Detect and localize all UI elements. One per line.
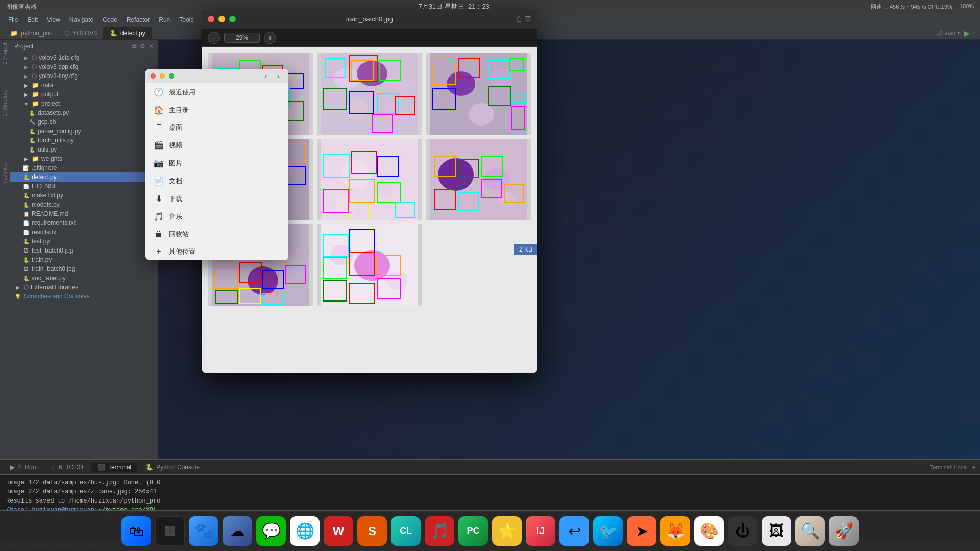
grid-cell-2[interactable] bbox=[317, 53, 422, 135]
dock-wps-writer[interactable]: W bbox=[324, 516, 353, 546]
dock-rocket[interactable]: 🚀 bbox=[829, 516, 859, 546]
menu-refactor[interactable]: Refactor bbox=[122, 15, 154, 24]
tree-item[interactable]: ▶⬡ yolov3-1cls.cfg bbox=[10, 53, 158, 62]
grid-cell-3[interactable] bbox=[426, 53, 531, 135]
tree-item[interactable]: ▶⬡ yolov3-spp.cfg bbox=[10, 62, 158, 71]
structure-sidebar-icon[interactable]: 2: Structure bbox=[2, 90, 8, 116]
zoom-select[interactable]: 29% 50% 100% bbox=[224, 33, 260, 43]
grid-cell-6[interactable] bbox=[426, 139, 531, 220]
tree-item-voc[interactable]: 🐍 voc_label.py bbox=[10, 273, 158, 283]
tree-item[interactable]: 🐍 datasets.py bbox=[10, 108, 158, 117]
tree-item-test[interactable]: 🐍 test.py bbox=[10, 237, 158, 246]
dialog-item-docs[interactable]: 📄 文档 bbox=[145, 172, 288, 190]
dock-wechat[interactable]: 💬 bbox=[256, 516, 286, 546]
tree-item-models[interactable]: 🐍 models.py bbox=[10, 200, 158, 209]
tree-item[interactable]: ▶⬡ yolov3-tiny.cfg bbox=[10, 71, 158, 81]
tab-run[interactable]: ▶ 4: Run bbox=[4, 463, 42, 472]
dialog-item-music[interactable]: 🎵 音乐 bbox=[145, 208, 288, 226]
dialog-minimize-button[interactable] bbox=[160, 73, 165, 79]
tree-item-output[interactable]: ▶📁 output bbox=[10, 90, 158, 99]
panel-gear-icon[interactable]: ⚙ bbox=[140, 43, 145, 50]
menu-tools[interactable]: Tools bbox=[175, 15, 198, 24]
tree-item-readme[interactable]: 📋 README.md bbox=[10, 209, 158, 218]
dock-netease[interactable]: 🎵 bbox=[425, 516, 454, 546]
add-terminal-button[interactable]: + bbox=[972, 463, 976, 471]
zoom-in-button[interactable]: + bbox=[264, 32, 276, 44]
tree-item-weights[interactable]: ▶📁 weights bbox=[10, 154, 158, 163]
dialog-forward-button[interactable]: › bbox=[273, 71, 283, 81]
tree-item-results[interactable]: 📄 results.txt bbox=[10, 228, 158, 237]
tree-item-train[interactable]: 🐍 train.py bbox=[10, 255, 158, 264]
dialog-item-downloads[interactable]: ⬇ 下载 bbox=[145, 190, 288, 208]
tab-python-pro[interactable]: 📁 python_pro bbox=[4, 27, 58, 39]
dock-image-viewer[interactable]: 🖼 bbox=[762, 516, 791, 546]
dialog-item-trash[interactable]: 🗑 回收站 bbox=[145, 226, 288, 243]
grid-cell-5[interactable] bbox=[317, 139, 422, 220]
dialog-item-home[interactable]: 🏠 主目录 bbox=[145, 101, 288, 119]
dock-star[interactable]: ⭐ bbox=[492, 516, 522, 546]
tree-item-license[interactable]: 📄 LICENSE bbox=[10, 182, 158, 191]
dock-palette[interactable]: 🎨 bbox=[694, 516, 724, 546]
favorites-sidebar-icon[interactable]: Favorites bbox=[2, 162, 8, 183]
dock-bird[interactable]: 🐦 bbox=[593, 516, 623, 546]
viewer-menu-icon[interactable]: ☰ bbox=[525, 15, 531, 23]
viewer-share-icon[interactable]: ⎙ bbox=[517, 15, 521, 23]
dock-wps-pres[interactable]: S bbox=[357, 516, 387, 546]
menu-code[interactable]: Code bbox=[99, 15, 121, 24]
dock-finder[interactable]: 🐾 bbox=[189, 516, 218, 546]
dock-clion[interactable]: CL bbox=[391, 516, 421, 546]
tree-item[interactable]: 🐍 torch_utils.py bbox=[10, 136, 158, 145]
menu-run[interactable]: Run bbox=[155, 15, 174, 24]
tree-item-train-batch[interactable]: 🖼 train_batch0.jpg bbox=[10, 264, 158, 273]
tree-item-detect-py[interactable]: 🐍 detect.py bbox=[10, 172, 158, 182]
run-button[interactable]: ▶ bbox=[964, 29, 970, 37]
tab-yolov3[interactable]: ⬡ YOLOV3 bbox=[58, 27, 104, 39]
tab-detect-py[interactable]: 🐍 detect.py bbox=[104, 27, 152, 39]
maximize-button[interactable] bbox=[229, 16, 236, 22]
tab-todo[interactable]: ☑ 6: TODO bbox=[44, 463, 89, 472]
tree-item[interactable]: 🐍 parse_config.py bbox=[10, 127, 158, 136]
dialog-maximize-button[interactable] bbox=[169, 73, 174, 79]
dialog-close-button[interactable] bbox=[151, 73, 156, 79]
dock-chrome[interactable]: 🌐 bbox=[290, 516, 320, 546]
panel-sync-icon[interactable]: ⇄ bbox=[132, 43, 137, 50]
tab-terminal[interactable]: ⬛ Terminal bbox=[91, 463, 137, 472]
dock-intellij[interactable]: IJ bbox=[526, 516, 555, 546]
tree-item-external-libs[interactable]: ▶⬡ External Libraries bbox=[10, 283, 158, 292]
dock-pycharm[interactable]: PC bbox=[458, 516, 488, 546]
tree-item-gitignore[interactable]: 📝 .gitignore bbox=[10, 163, 158, 172]
tree-item[interactable]: 🐍 utils.py bbox=[10, 145, 158, 154]
dock-cloud[interactable]: ☁ bbox=[223, 516, 252, 546]
dock-terminal[interactable]: ⬛ bbox=[155, 516, 185, 546]
tree-item-project[interactable]: ▼📁 project bbox=[10, 99, 158, 108]
dock-arrow[interactable]: ↩ bbox=[559, 516, 589, 546]
menu-navigate[interactable]: Navigate bbox=[65, 15, 97, 24]
dock-magnifier[interactable]: 🔍 bbox=[795, 516, 825, 546]
dialog-item-other[interactable]: + 其他位置 bbox=[145, 243, 288, 260]
dialog-back-button[interactable]: ‹ bbox=[261, 71, 271, 81]
close-button[interactable] bbox=[208, 16, 214, 22]
menu-file[interactable]: File bbox=[4, 15, 22, 24]
menu-view[interactable]: View bbox=[43, 15, 64, 24]
minimize-button[interactable] bbox=[218, 16, 225, 22]
dialog-item-recent[interactable]: 🕐 最近使用 bbox=[145, 83, 288, 101]
dock-power[interactable]: ⏻ bbox=[728, 516, 757, 546]
branch-indicator[interactable]: ⎇ train ▾ bbox=[936, 30, 960, 36]
project-sidebar-icon[interactable]: 1: Project bbox=[2, 43, 8, 64]
dialog-item-video[interactable]: 🎬 视频 bbox=[145, 136, 288, 154]
grid-cell-8[interactable] bbox=[317, 224, 422, 306]
tree-item-requirements[interactable]: 📄 requirements.txt bbox=[10, 218, 158, 228]
dock-navigate[interactable]: ➤ bbox=[627, 516, 656, 546]
dialog-item-desktop[interactable]: 🖥 桌面 bbox=[145, 119, 288, 136]
tab-python-console[interactable]: 🐍 Python Console bbox=[139, 463, 206, 472]
tree-item[interactable]: 🔧 gcp.sh bbox=[10, 117, 158, 127]
panel-close-icon[interactable]: ✕ bbox=[149, 43, 154, 50]
tree-item-data[interactable]: ▶📁 data bbox=[10, 81, 158, 90]
tree-item-test-batch[interactable]: 🖼 test_batch0.jpg bbox=[10, 246, 158, 255]
dock-firefox[interactable]: 🦊 bbox=[660, 516, 690, 546]
menu-edit[interactable]: Edit bbox=[23, 15, 42, 24]
tree-item-scratches[interactable]: 💡 Scratches and Consoles bbox=[10, 292, 158, 301]
dialog-item-pictures[interactable]: 📷 图片 bbox=[145, 154, 288, 172]
dock-appstore[interactable]: 🛍 bbox=[121, 516, 151, 546]
zoom-out-button[interactable]: - bbox=[208, 32, 220, 44]
